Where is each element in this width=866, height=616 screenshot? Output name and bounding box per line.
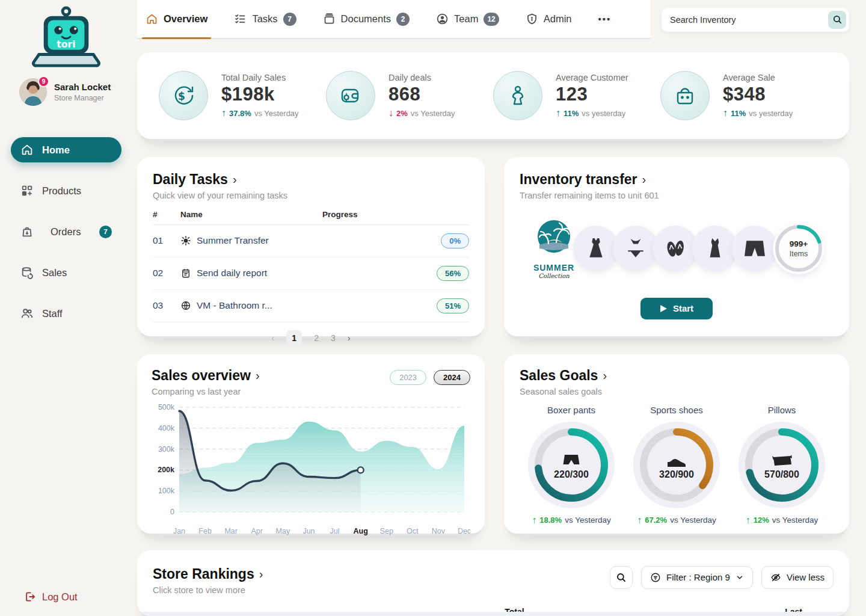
arrow-up-icon: ↑ xyxy=(532,515,536,526)
avatar[interactable]: 9 xyxy=(19,78,47,106)
person-circle-icon xyxy=(436,13,449,25)
search-icon xyxy=(616,572,627,583)
pagination-prev-icon[interactable]: ‹ xyxy=(271,333,274,343)
svg-text:100k: 100k xyxy=(158,487,175,495)
search-input[interactable] xyxy=(670,15,828,25)
delta-suffix: vs Yesterday xyxy=(565,516,611,525)
chevron-right-icon: › xyxy=(256,369,260,383)
toggle-2023[interactable]: 2023 xyxy=(390,370,426,385)
card-title-text: Daily Tasks xyxy=(153,171,228,188)
goal-pillows[interactable]: Pillows 570/800 ↑ 12% vs Yesterday xyxy=(730,405,834,526)
delta-suffix: vs yesterday xyxy=(749,109,793,118)
user-profile[interactable]: 9 Sarah Locket Store Manager xyxy=(0,70,132,106)
tab-documents[interactable]: Documents 2 xyxy=(323,0,410,38)
pagination-page-2[interactable]: 2 xyxy=(314,333,319,343)
sales-overview-title[interactable]: Sales overview › xyxy=(152,368,260,384)
pagination-page-1[interactable]: 1 xyxy=(286,330,302,346)
logout-button[interactable]: Log Out xyxy=(24,591,78,603)
logout-icon xyxy=(24,591,36,603)
products-grid-icon xyxy=(20,184,34,197)
toggle-2024[interactable]: 2024 xyxy=(434,370,470,385)
card-title-text: Sales Goals xyxy=(520,368,598,384)
stat-label: Daily deals xyxy=(388,73,455,82)
chevron-right-icon: › xyxy=(642,173,646,186)
search-icon xyxy=(832,14,843,25)
goal-sports-shoes[interactable]: Sports shoes 320/900 ↑ 67.2% vs Yesterda… xyxy=(625,405,728,526)
daily-tasks-title[interactable]: Daily Tasks › xyxy=(153,171,469,188)
view-less-label: View less xyxy=(787,572,825,582)
daily-tasks-card: Daily Tasks › Quick view of your remaini… xyxy=(137,157,485,336)
tab-overview[interactable]: Overview xyxy=(146,0,207,38)
sidebar-item-products[interactable]: Products xyxy=(11,178,121,203)
sidebar-item-label: Staff xyxy=(42,308,63,319)
sidebar-item-home[interactable]: Home xyxy=(11,137,121,162)
delta-suffix: vs Yesterday xyxy=(670,516,716,525)
filter-label: Filter : Region 9 xyxy=(666,572,730,582)
rankings-search-button[interactable] xyxy=(610,566,633,589)
start-button-label: Start xyxy=(673,303,693,313)
top-header: Overview Tasks 7 Documents 2 Te xyxy=(137,0,849,39)
delta-percent: 18.8% xyxy=(539,516,562,525)
svg-text:Sep: Sep xyxy=(380,527,393,535)
eye-off-icon xyxy=(770,572,781,583)
sidebar-nav: Home Products Orders 7 Sales St xyxy=(11,137,121,326)
tab-label: Overview xyxy=(164,13,207,25)
logout-label: Log Out xyxy=(42,591,78,603)
staff-people-icon xyxy=(20,307,34,320)
col-header-name: Name xyxy=(180,210,322,219)
task-row[interactable]: 03 VM - Bathroom r... 51% xyxy=(153,290,469,322)
task-num: 01 xyxy=(153,235,180,246)
app-logo: tori xyxy=(0,0,132,70)
pagination-next-icon[interactable]: › xyxy=(348,333,351,343)
tori-robot-logo-icon: tori xyxy=(31,6,102,70)
goal-donut-chart: 320/900 xyxy=(631,420,722,510)
view-less-button[interactable]: View less xyxy=(761,566,834,589)
tasks-count-badge: 7 xyxy=(283,13,296,26)
sidebar-item-sales[interactable]: Sales xyxy=(11,260,121,285)
summer-logo-text: SUMMER xyxy=(529,263,579,273)
search-button[interactable] xyxy=(828,11,846,29)
user-role: Store Manager xyxy=(54,94,111,102)
table-row[interactable] xyxy=(137,612,849,616)
stat-average-customer: Average Customer 123 ↑ 11% vs yesterday xyxy=(493,71,660,120)
sales-overview-subtitle: Comparing vs last year xyxy=(152,387,260,396)
notification-badge: 9 xyxy=(38,76,49,87)
sales-goals-title[interactable]: Sales Goals › xyxy=(520,368,834,384)
svg-text:Aug: Aug xyxy=(353,527,367,535)
tab-tasks[interactable]: Tasks 7 xyxy=(234,0,296,38)
arrow-up-icon: ↑ xyxy=(221,108,226,119)
chevron-down-icon xyxy=(735,573,744,582)
start-transfer-button[interactable]: Start xyxy=(640,298,713,319)
stat-label: Average Customer xyxy=(556,73,628,82)
inventory-title[interactable]: Inventory transfer › xyxy=(520,171,834,188)
sidebar-item-orders[interactable]: Orders 7 xyxy=(11,219,121,244)
tab-team[interactable]: Team 12 xyxy=(436,0,499,38)
svg-text:Jul: Jul xyxy=(330,527,340,535)
more-menu-icon[interactable]: ••• xyxy=(598,14,612,24)
card-title-text: Inventory transfer xyxy=(520,171,637,188)
inventory-items-row: SUMMER Collection xyxy=(520,218,834,279)
goal-boxer-pants[interactable]: Boxer pants 220/300 ↑ 18.8% vs Yesterday xyxy=(520,405,623,526)
pagination-page-3[interactable]: 3 xyxy=(331,333,336,343)
shopping-bag-icon xyxy=(660,71,710,120)
sales-line-area-chart: 500k400k300k200k100k0JanFebMarAprMayJunJ… xyxy=(152,400,470,540)
col-header-progress: Progress xyxy=(322,210,419,219)
user-name: Sarah Locket xyxy=(54,82,111,92)
task-row[interactable]: 01 Summer Transfer 0% xyxy=(153,225,469,257)
sidebar-item-staff[interactable]: Staff xyxy=(11,301,121,326)
svg-text:0: 0 xyxy=(170,508,174,516)
goal-delta: ↑ 67.2% vs Yesterday xyxy=(637,515,716,526)
card-title-text: Sales overview xyxy=(152,368,251,384)
tab-admin[interactable]: Admin xyxy=(526,0,572,38)
store-rankings-title[interactable]: Store Rankings › xyxy=(153,566,263,582)
orders-count-badge: 7 xyxy=(99,226,112,238)
progress-badge: 56% xyxy=(437,266,469,281)
goal-name: Pillows xyxy=(768,405,796,415)
dress-icon xyxy=(585,238,607,259)
checklist-icon xyxy=(234,13,247,25)
filter-dropdown[interactable]: Filter : Region 9 xyxy=(641,566,753,589)
stat-value: $348 xyxy=(723,84,793,105)
task-row[interactable]: 02 Send daily report 56% xyxy=(153,257,469,290)
stat-delta: ↑ 11% vs yesterday xyxy=(556,108,628,119)
stat-value: 123 xyxy=(556,84,628,105)
